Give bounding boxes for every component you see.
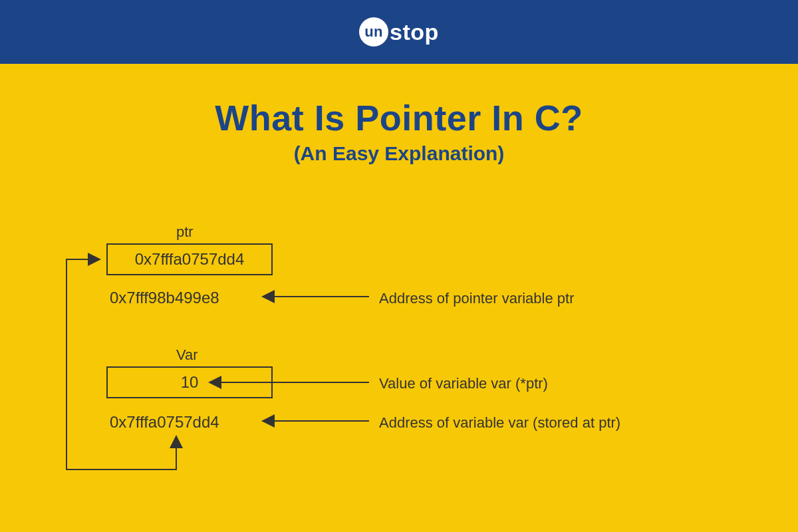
ptr-box-value: 0x7fffa0757dd4 [135,250,245,269]
var-address-desc: Address of variable var (stored at ptr) [379,414,620,432]
page-title: What Is Pointer In C? [0,97,798,138]
header-bar: un stop [0,0,798,64]
page-subtitle: (An Easy Explanation) [0,142,798,165]
ptr-address-text: 0x7fff98b499e8 [110,289,219,307]
logo-inner-text: un [364,23,383,41]
var-box: 10 [106,366,273,398]
var-address-text: 0x7fffa0757dd4 [110,413,219,432]
ptr-label: ptr [176,223,194,241]
var-label: Var [176,346,198,364]
pointer-diagram: ptr 0x7fffa0757dd4 0x7fff98b499e8 Addres… [0,217,798,529]
brand-logo: un stop [359,17,439,47]
logo-circle: un [359,17,388,47]
main-content: What Is Pointer In C? (An Easy Explanati… [0,64,798,532]
ptr-address-desc: Address of pointer variable ptr [379,290,575,307]
ptr-box: 0x7fffa0757dd4 [106,243,273,275]
var-value-desc: Value of variable var (*ptr) [379,375,548,392]
logo-text: stop [390,19,439,45]
var-box-value: 10 [181,373,199,392]
